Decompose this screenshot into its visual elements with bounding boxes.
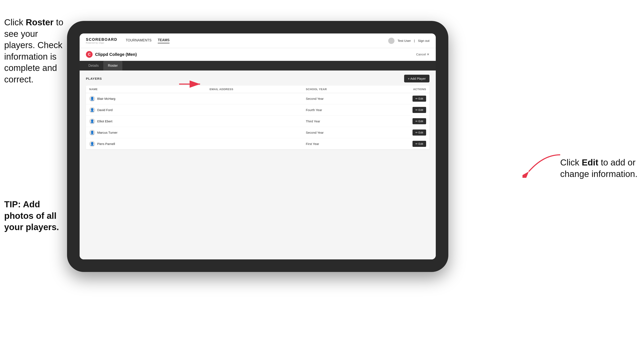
avatar-icon: 👤: [90, 97, 94, 101]
nav-links: TOURNAMENTS TEAMS: [126, 38, 170, 43]
avatar-icon: 👤: [90, 119, 94, 123]
team-name-area: C Clippd College (Men): [86, 51, 137, 58]
tablet-screen: SCOREBOARD Powered by clippi TOURNAMENTS…: [80, 33, 436, 259]
player-name-cell: 👤 Blair McHarg: [89, 96, 210, 102]
table-row: 👤 Marcus Turner Second Year ✏ Edit: [86, 127, 430, 138]
actions-cell: ✏ Edit: [378, 96, 426, 102]
player-name: Piers Parnell: [97, 142, 115, 146]
edit-button[interactable]: ✏ Edit: [412, 118, 426, 124]
team-logo: C: [86, 51, 92, 58]
players-header: PLAYERS + Add Player: [86, 75, 430, 82]
navbar-left: SCOREBOARD Powered by clippi TOURNAMENTS…: [86, 37, 170, 44]
edit-button[interactable]: ✏ Edit: [412, 96, 426, 102]
roster-bold: Roster: [26, 17, 54, 27]
nav-tournaments[interactable]: TOURNAMENTS: [126, 38, 152, 43]
player-school-year: First Year: [306, 142, 378, 146]
user-avatar-icon: [388, 38, 394, 44]
tabs-bar: Details Roster: [80, 61, 436, 70]
avatar-icon: 👤: [90, 131, 94, 135]
col-header-actions: ACTIONS: [378, 88, 426, 91]
tab-roster[interactable]: Roster: [103, 61, 122, 70]
edit-button[interactable]: ✏ Edit: [412, 107, 426, 113]
players-table: NAME EMAIL ADDRESS SCHOOL YEAR ACTIONS 👤…: [86, 86, 430, 149]
player-avatar: 👤: [89, 118, 95, 124]
actions-cell: ✏ Edit: [378, 141, 426, 147]
tab-details[interactable]: Details: [84, 61, 103, 70]
table-row: 👤 Piers Parnell First Year ✏ Edit: [86, 138, 430, 149]
navbar-right: Test User | Sign out: [388, 38, 430, 44]
tablet-device: SCOREBOARD Powered by clippi TOURNAMENTS…: [67, 21, 448, 272]
team-name: Clippd College (Men): [95, 52, 137, 57]
actions-cell: ✏ Edit: [378, 107, 426, 113]
player-name: Elliot Ebert: [97, 119, 112, 123]
player-name-cell: 👤 Piers Parnell: [89, 141, 210, 147]
player-avatar: 👤: [89, 107, 95, 113]
logo-scoreboard: SCOREBOARD: [86, 37, 117, 42]
players-label: PLAYERS: [86, 77, 102, 80]
player-name: Blair McHarg: [97, 97, 116, 100]
content-area: PLAYERS + Add Player NAME EMAIL ADDRESS …: [80, 70, 436, 259]
player-school-year: Second Year: [306, 131, 378, 134]
player-avatar: 👤: [89, 96, 95, 102]
player-name-cell: 👤 Marcus Turner: [89, 130, 210, 136]
user-label: Test User: [398, 39, 411, 42]
arrow-to-roster: [179, 78, 204, 90]
player-school-year: Second Year: [306, 97, 378, 100]
signout-link[interactable]: Sign out: [418, 39, 430, 42]
app-navbar: SCOREBOARD Powered by clippi TOURNAMENTS…: [80, 33, 436, 48]
player-name: David Ford: [97, 108, 112, 112]
actions-cell: ✏ Edit: [378, 130, 426, 136]
edit-button[interactable]: ✏ Edit: [412, 141, 426, 147]
table-header: NAME EMAIL ADDRESS SCHOOL YEAR ACTIONS: [86, 86, 430, 93]
player-name-cell: 👤 Elliot Ebert: [89, 118, 210, 124]
separator: |: [414, 39, 415, 42]
table-row: 👤 David Ford Fourth Year ✏ Edit: [86, 104, 430, 116]
avatar-icon: 👤: [90, 142, 94, 146]
edit-bold: Edit: [582, 158, 598, 167]
avatar-icon: 👤: [90, 108, 94, 112]
edit-button[interactable]: ✏ Edit: [412, 130, 426, 136]
nav-teams[interactable]: TEAMS: [158, 38, 170, 43]
add-player-button[interactable]: + Add Player: [404, 75, 430, 82]
logo-sub: Powered by clippi: [86, 42, 117, 44]
col-header-email: EMAIL ADDRESS: [210, 88, 306, 91]
player-avatar: 👤: [89, 130, 95, 136]
tip-text: TIP: Add photos of all your players.: [4, 199, 71, 233]
team-header: C Clippd College (Men) Cancel ✕: [80, 48, 436, 61]
player-school-year: Third Year: [306, 119, 378, 123]
table-row: 👤 Elliot Ebert Third Year ✏ Edit: [86, 116, 430, 127]
cancel-button[interactable]: Cancel ✕: [416, 52, 430, 56]
logo-area: SCOREBOARD Powered by clippi: [86, 37, 117, 44]
arrow-to-edit: [522, 153, 564, 178]
player-avatar: 👤: [89, 141, 95, 147]
col-header-year: SCHOOL YEAR: [306, 88, 378, 91]
player-name-cell: 👤 David Ford: [89, 107, 210, 113]
left-instructions: Click Roster to see your players. Check …: [4, 17, 67, 85]
table-row: 👤 Blair McHarg Second Year ✏ Edit: [86, 93, 430, 104]
player-name: Marcus Turner: [97, 131, 118, 134]
actions-cell: ✏ Edit: [378, 118, 426, 124]
right-instructions: Click Edit to add or change information.: [560, 157, 640, 180]
player-school-year: Fourth Year: [306, 108, 378, 112]
